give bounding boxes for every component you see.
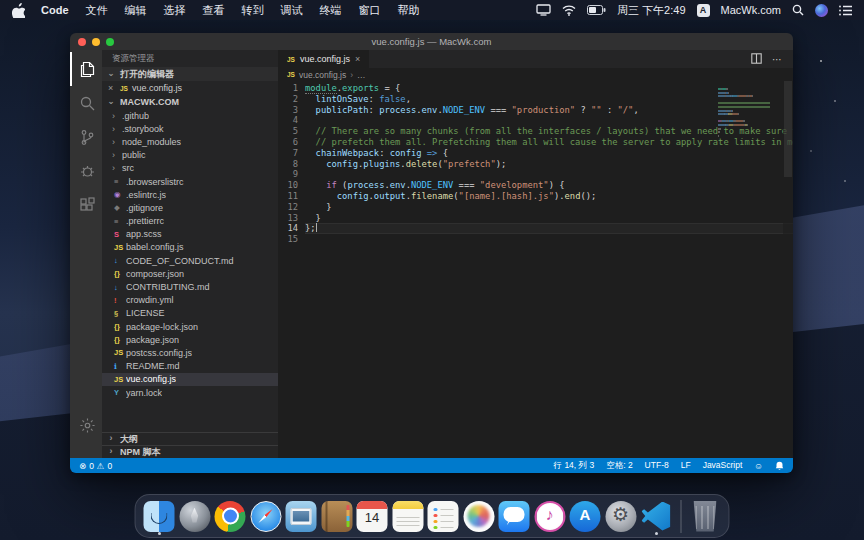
- dock-item-calendar[interactable]: 14: [356, 497, 389, 535]
- code-line-8[interactable]: config.plugins.delete("prefetch");: [305, 159, 793, 170]
- menu-item-6[interactable]: 调试: [281, 3, 303, 18]
- file-item-src[interactable]: ›src: [102, 162, 278, 175]
- status-item-1[interactable]: 空格: 2: [606, 460, 632, 472]
- file-item-vue.config.js[interactable]: JSvue.config.js: [102, 373, 278, 386]
- code-line-9[interactable]: [305, 169, 793, 180]
- menu-item-4[interactable]: 查看: [203, 3, 225, 18]
- battery-icon[interactable]: [587, 5, 606, 15]
- file-item-.eslintrc.js[interactable]: ◉.eslintrc.js: [102, 188, 278, 201]
- code-line-14[interactable]: };: [305, 223, 793, 234]
- dock-item-trash[interactable]: [689, 497, 722, 535]
- menu-bar-clock[interactable]: 周三 下午2:49: [617, 3, 685, 18]
- menu-item-3[interactable]: 选择: [164, 3, 186, 18]
- menu-item-9[interactable]: 帮助: [398, 3, 420, 18]
- dock-item-notes[interactable]: [391, 497, 424, 535]
- file-item-.browserslistrc[interactable]: ≡.browserslistrc: [102, 175, 278, 188]
- file-item-yarn.lock[interactable]: Yyarn.lock: [102, 386, 278, 399]
- display-airplay-icon[interactable]: [536, 4, 551, 16]
- scrollbar-thumb[interactable]: [784, 81, 792, 177]
- file-item-.gitignore[interactable]: ◆.gitignore: [102, 201, 278, 214]
- workspace-section[interactable]: ⌄ MACWK.COM: [102, 95, 278, 109]
- file-item-.storybook[interactable]: ›.storybook: [102, 122, 278, 135]
- input-method-badge[interactable]: A: [697, 4, 710, 17]
- dock-item-mail[interactable]: [285, 497, 318, 535]
- npm-scripts-section[interactable]: › NPM 脚本: [102, 445, 278, 458]
- file-item-app.scss[interactable]: Sapp.scss: [102, 228, 278, 241]
- file-item-composer.json[interactable]: {}composer.json: [102, 267, 278, 280]
- more-actions-icon[interactable]: ⋯: [772, 54, 783, 65]
- status-item-3[interactable]: LF: [681, 460, 691, 472]
- minimize-window-button[interactable]: [92, 38, 100, 46]
- breadcrumb[interactable]: JS vue.config.js › …: [278, 68, 793, 81]
- extensions-icon[interactable]: [70, 188, 102, 222]
- split-editor-icon[interactable]: [751, 50, 762, 68]
- code-editor[interactable]: 123456789101112131415 module.exports = {…: [278, 81, 793, 458]
- file-item-package-lock.json[interactable]: {}package-lock.json: [102, 320, 278, 333]
- file-item-package.json[interactable]: {}package.json: [102, 333, 278, 346]
- file-item-CONTRIBUTING.md[interactable]: ↓CONTRIBUTING.md: [102, 280, 278, 293]
- outline-section[interactable]: › 大纲: [102, 432, 278, 445]
- code-line-11[interactable]: config.output.filename("[name].[hash].js…: [305, 191, 793, 202]
- wifi-icon[interactable]: [562, 5, 576, 16]
- menu-item-8[interactable]: 窗口: [359, 3, 381, 18]
- menu-item-7[interactable]: 终端: [320, 3, 342, 18]
- code-content[interactable]: module.exports = { lintOnSave: false, pu…: [305, 83, 793, 458]
- open-editor-item[interactable]: × JS vue.config.js: [102, 81, 278, 95]
- status-item-0[interactable]: 行 14, 列 3: [554, 460, 595, 472]
- file-item-.github[interactable]: ›.github: [102, 109, 278, 122]
- tab-close-icon[interactable]: ×: [355, 54, 360, 64]
- code-line-12[interactable]: }: [305, 202, 793, 213]
- close-window-button[interactable]: [78, 38, 86, 46]
- debug-icon[interactable]: [70, 154, 102, 188]
- menu-item-2[interactable]: 编辑: [125, 3, 147, 18]
- code-line-10[interactable]: if (process.env.NODE_ENV === "developmen…: [305, 180, 793, 191]
- notifications-bell-icon[interactable]: [775, 461, 784, 471]
- status-item-4[interactable]: JavaScript: [703, 460, 743, 472]
- menu-item-0[interactable]: Code: [41, 4, 69, 16]
- status-item-2[interactable]: UTF-8: [645, 460, 669, 472]
- breadcrumb-symbol[interactable]: …: [357, 70, 366, 80]
- menu-item-5[interactable]: 转到: [242, 3, 264, 18]
- feedback-smiley-icon[interactable]: ☺: [754, 461, 763, 471]
- file-item-README.md[interactable]: ℹREADME.md: [102, 360, 278, 373]
- dock-item-safari[interactable]: [249, 497, 282, 535]
- menu-item-1[interactable]: 文件: [86, 3, 108, 18]
- file-item-public[interactable]: ›public: [102, 149, 278, 162]
- file-item-.prettierrc[interactable]: ≡.prettierrc: [102, 215, 278, 228]
- settings-gear-icon[interactable]: [70, 408, 102, 442]
- dock-item-photos[interactable]: [462, 497, 495, 535]
- code-line-13[interactable]: }: [305, 213, 793, 224]
- file-item-LICENSE[interactable]: §LICENSE: [102, 307, 278, 320]
- window-titlebar[interactable]: vue.config.js — MacWk.com: [70, 33, 793, 50]
- file-item-babel.config.js[interactable]: JSbabel.config.js: [102, 241, 278, 254]
- menu-bar-account[interactable]: MacWk.com: [721, 4, 782, 16]
- explorer-icon[interactable]: [70, 52, 102, 86]
- tab-vue-config-js[interactable]: JS vue.config.js ×: [278, 50, 369, 68]
- dock-item-itunes[interactable]: ♪: [533, 497, 566, 535]
- breadcrumb-file[interactable]: vue.config.js: [299, 70, 346, 80]
- file-item-postcss.config.js[interactable]: JSpostcss.config.js: [102, 346, 278, 359]
- dock-item-settings[interactable]: ⚙: [604, 497, 637, 535]
- file-item-crowdin.yml[interactable]: !crowdin.yml: [102, 294, 278, 307]
- code-line-7[interactable]: chainWebpack: config => {: [305, 148, 793, 159]
- notification-center-icon[interactable]: [839, 5, 852, 16]
- dock-item-appstore[interactable]: [569, 497, 602, 535]
- spotlight-search-icon[interactable]: [792, 4, 804, 16]
- close-editor-icon[interactable]: ×: [108, 83, 116, 93]
- dock-item-finder[interactable]: [143, 497, 176, 535]
- file-item-CODE_OF_CONDUCT.md[interactable]: ↓CODE_OF_CONDUCT.md: [102, 254, 278, 267]
- siri-icon[interactable]: [815, 4, 828, 17]
- file-item-node_modules[interactable]: ›node_modules: [102, 135, 278, 148]
- zoom-window-button[interactable]: [106, 38, 114, 46]
- open-editors-section[interactable]: ⌄ 打开的编辑器: [102, 67, 278, 81]
- source-control-icon[interactable]: [70, 120, 102, 154]
- dock-item-vscode[interactable]: [640, 497, 673, 535]
- search-icon[interactable]: [70, 86, 102, 120]
- dock-item-reminders[interactable]: [427, 497, 460, 535]
- dock-item-messages[interactable]: [498, 497, 531, 535]
- problems-indicator[interactable]: ⊗ 0 ⚠ 0: [79, 461, 112, 471]
- dock-item-chrome[interactable]: [214, 497, 247, 535]
- dock-item-launchpad[interactable]: [178, 497, 211, 535]
- editor-scrollbar[interactable]: [783, 81, 793, 458]
- minimap[interactable]: [718, 85, 780, 139]
